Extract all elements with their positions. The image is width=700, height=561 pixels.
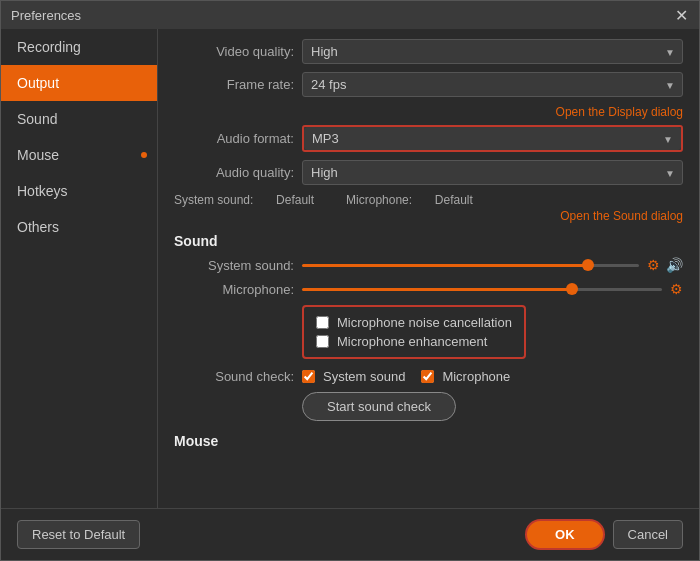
system-sound-settings-icon[interactable]: ⚙ <box>647 257 660 273</box>
microphone-info: Microphone: Default <box>346 193 489 207</box>
microphone-options-group: Microphone noise cancellation Microphone… <box>302 305 526 359</box>
bottom-bar: Reset to Default OK Cancel <box>1 508 699 560</box>
sidebar-item-output[interactable]: Output <box>1 65 157 101</box>
sidebar-item-mouse[interactable]: Mouse <box>1 137 157 173</box>
audio-format-dropdown-wrapper: MP3 <box>302 125 683 152</box>
open-sound-dialog-link[interactable]: Open the Sound dialog <box>174 209 683 223</box>
noise-cancellation-checkbox[interactable] <box>316 316 329 329</box>
audio-quality-row: Audio quality: High <box>174 160 683 185</box>
audio-quality-dropdown-wrapper: High <box>302 160 683 185</box>
system-sound-track <box>302 264 639 267</box>
noise-cancellation-label[interactable]: Microphone noise cancellation <box>337 315 512 330</box>
microphone-icons: ⚙ <box>670 281 683 297</box>
sidebar-item-mouse-label: Mouse <box>17 147 59 163</box>
system-sound-icons: ⚙ 🔊 <box>647 257 683 273</box>
sound-section-title: Sound <box>174 233 683 249</box>
start-sound-check-row: Start sound check <box>302 392 683 421</box>
sidebar-item-sound-label: Sound <box>17 111 57 127</box>
system-sound-info: System sound: Default <box>174 193 330 207</box>
sidebar-item-others-label: Others <box>17 219 59 235</box>
preferences-window: Preferences ✕ Recording Output Sound Mou… <box>0 0 700 561</box>
sidebar-item-others[interactable]: Others <box>1 209 157 245</box>
frame-rate-dropdown-wrapper: 24 fps <box>302 72 683 97</box>
system-sound-check-item: System sound <box>302 369 405 384</box>
sidebar-item-sound[interactable]: Sound <box>1 101 157 137</box>
audio-quality-select[interactable]: High <box>302 160 683 185</box>
sidebar-item-recording-label: Recording <box>17 39 81 55</box>
microphone-slider-row: Microphone: ⚙ <box>174 281 683 297</box>
reset-to-default-button[interactable]: Reset to Default <box>17 520 140 549</box>
cancel-button[interactable]: Cancel <box>613 520 683 549</box>
title-bar: Preferences ✕ <box>1 1 699 29</box>
enhancement-row: Microphone enhancement <box>316 334 512 349</box>
content-area: Video quality: High High Frame rate: 24 … <box>158 29 699 508</box>
window-title: Preferences <box>11 8 81 23</box>
close-button[interactable]: ✕ <box>673 7 689 23</box>
sound-check-row: Sound check: System sound Microphone <box>174 369 683 384</box>
microphone-thumb[interactable] <box>566 283 578 295</box>
system-sound-slider-label: System sound: <box>174 258 294 273</box>
enhancement-checkbox[interactable] <box>316 335 329 348</box>
system-sound-slider-container <box>302 257 639 273</box>
bottom-right-buttons: OK Cancel <box>525 519 683 550</box>
start-sound-check-button[interactable]: Start sound check <box>302 392 456 421</box>
frame-rate-select[interactable]: 24 fps <box>302 72 683 97</box>
frame-rate-row: Frame rate: 24 fps <box>174 72 683 97</box>
microphone-track <box>302 288 662 291</box>
mouse-section-title: Mouse <box>174 433 683 449</box>
audio-format-label: Audio format: <box>174 131 294 146</box>
main-layout: Recording Output Sound Mouse Hotkeys Oth… <box>1 29 699 508</box>
enhancement-label[interactable]: Microphone enhancement <box>337 334 487 349</box>
system-info-row: System sound: Default Microphone: Defaul… <box>174 193 683 207</box>
sidebar-item-recording[interactable]: Recording <box>1 29 157 65</box>
sound-check-label: Sound check: <box>174 369 294 384</box>
system-sound-volume-icon[interactable]: 🔊 <box>666 257 683 273</box>
video-quality-label: Video quality: <box>174 44 294 59</box>
frame-rate-label: Frame rate: <box>174 77 294 92</box>
mouse-dot-indicator <box>141 152 147 158</box>
microphone-check-checkbox[interactable] <box>421 370 434 383</box>
audio-format-row: Audio format: MP3 <box>174 125 683 152</box>
system-sound-slider-row: System sound: ⚙ 🔊 <box>174 257 683 273</box>
microphone-check-label[interactable]: Microphone <box>442 369 510 384</box>
system-sound-thumb[interactable] <box>582 259 594 271</box>
audio-quality-label: Audio quality: <box>174 165 294 180</box>
sidebar-item-hotkeys-label: Hotkeys <box>17 183 68 199</box>
video-quality-row: Video quality: High High <box>174 39 683 64</box>
noise-cancellation-row: Microphone noise cancellation <box>316 315 512 330</box>
system-sound-check-label[interactable]: System sound <box>323 369 405 384</box>
video-quality-select[interactable]: High <box>302 39 683 64</box>
sidebar: Recording Output Sound Mouse Hotkeys Oth… <box>1 29 158 508</box>
microphone-slider-container <box>302 281 662 297</box>
microphone-slider-label: Microphone: <box>174 282 294 297</box>
open-display-dialog-link[interactable]: Open the Display dialog <box>174 105 683 119</box>
audio-format-select[interactable]: MP3 <box>304 127 681 150</box>
system-sound-check-checkbox[interactable] <box>302 370 315 383</box>
sidebar-item-hotkeys[interactable]: Hotkeys <box>1 173 157 209</box>
video-quality-dropdown-wrapper: High High <box>302 39 683 64</box>
microphone-settings-icon[interactable]: ⚙ <box>670 281 683 297</box>
sidebar-item-output-label: Output <box>17 75 59 91</box>
microphone-check-item: Microphone <box>421 369 510 384</box>
ok-button[interactable]: OK <box>525 519 605 550</box>
